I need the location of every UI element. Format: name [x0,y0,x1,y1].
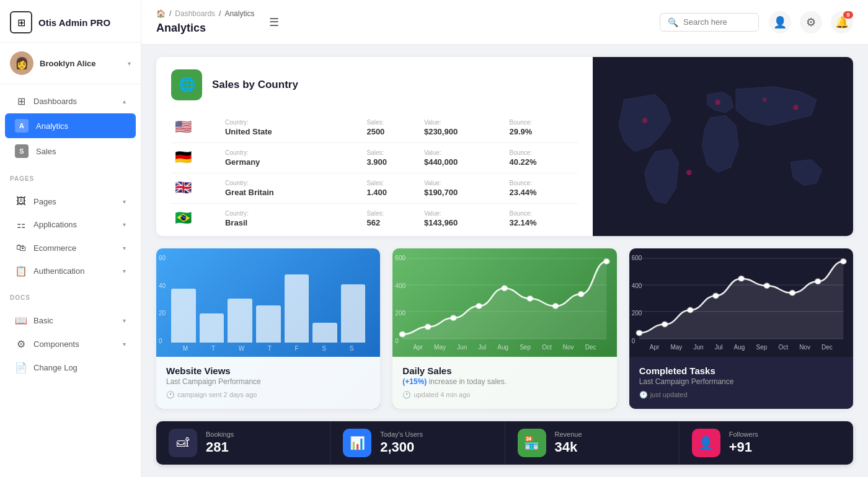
breadcrumb: 🏠 / Dashboards / Analytics Analytics [156,9,254,35]
bar-chart-area: 6040200 MTWTFSS [156,248,380,357]
chevron-down-icon: ▾ [123,268,126,274]
card-title: Sales by Country [212,79,298,91]
sidebar-item-label: Basic [33,316,117,325]
subtitle-text: increase in today sales. [429,377,507,386]
bar [228,299,252,343]
bar [200,313,224,343]
chevron-down-icon: ▾ [123,245,126,252]
x-axis-labels: AprMayJunJulAugSepOctNovDec [639,344,843,351]
svg-point-12 [451,315,456,320]
breadcrumb-dashboards[interactable]: Dashboards [175,9,215,18]
y-axis-labels: 6040200 [159,255,166,344]
basic-icon: 📖 [15,315,27,326]
sidebar-item-changelog[interactable]: 📄 Change Log [5,356,136,379]
line-chart-svg [402,258,606,339]
sidebar-item-components[interactable]: ⚙ Components ▾ [5,333,136,356]
svg-point-5 [763,97,767,102]
sidebar-item-basic[interactable]: 📖 Basic ▾ [5,309,136,332]
y-axis-labels: 6004002000 [395,255,405,344]
settings-icon-button[interactable]: ⚙ [800,11,822,33]
svg-point-29 [789,291,795,295]
user-name: Brooklyn Alice [40,59,122,68]
sidebar-item-label: Analytics [36,121,126,131]
highlight-text: (+15%) [402,377,427,386]
svg-point-16 [553,304,559,309]
stat-label: Followers [729,431,758,438]
x-axis-labels: MTWTFSS [166,345,370,352]
bar [285,274,309,343]
analytics-letter: A [15,119,29,133]
sidebar-item-ecommerce[interactable]: 🛍 Ecommerce ▾ [5,237,136,259]
bar-chart [166,268,370,343]
page-title: Analytics [156,22,206,35]
stat-value: +91 [729,439,758,455]
table-row: 🇧🇷 Country: Brasil Sales: 562 Value: $14… [171,204,578,234]
line-chart-area-green: 6004002000 AprMayJunJulAugSepOctNovDec [392,248,616,357]
x-axis-labels: AprMayJunJulAugSepOctNovDec [402,344,606,351]
svg-point-27 [738,276,744,281]
sidebar-item-applications[interactable]: ⚏ Applications ▾ [5,213,136,236]
stat-label: Revenue [555,431,582,438]
charts-row: 6040200 MTWTFSS Website Views Last Campa… [156,248,853,409]
user-icon-button[interactable]: 👤 [769,11,791,33]
stat-text: Today's Users 2,300 [380,431,423,455]
svg-point-28 [764,283,769,288]
stat-value: 2,300 [380,439,423,455]
content-area: 🌐 Sales by Country 🇺🇸 Country: United St… [141,45,868,477]
auth-icon: 📋 [15,265,27,277]
stat-text: Revenue 34k [555,431,582,455]
notifications-icon-button[interactable]: 🔔 9 [831,11,853,33]
sidebar-item-label: Pages [33,197,117,206]
stat-value: 34k [555,439,582,455]
docs-section-label: DOCS [0,288,141,304]
chart-subtitle: Last Campaign Performance [639,377,843,386]
bar [256,305,281,343]
breadcrumb-current: Analytics [224,9,254,18]
chart-title: Completed Tasks [639,365,843,376]
sidebar-item-pages[interactable]: 🖼 Pages ▾ [5,190,136,212]
clock-icon: 🕐 [402,391,411,399]
breadcrumb-sep2: / [219,9,221,18]
breadcrumb-trail: 🏠 / Dashboards / Analytics [156,9,254,18]
header: 🏠 / Dashboards / Analytics Analytics ☰ 🔍… [141,0,868,45]
clock-icon: 🕐 [166,391,175,399]
svg-point-30 [815,279,820,284]
chart-title: Daily Sales [402,365,606,376]
chart-subtitle: Last Campaign Performance [166,377,370,386]
chevron-down-icon: ▾ [123,221,126,228]
stat-icon: 📊 [343,429,371,457]
applications-icon: ⚏ [15,219,27,230]
sidebar-item-label: Change Log [33,363,126,372]
footer-text: updated 4 min ago [414,391,470,398]
stat-label: Today's Users [380,431,423,438]
pages-nav: 🖼 Pages ▾ ⚏ Applications ▾ 🛍 Ecommerce ▾… [0,185,141,288]
main-area: 🏠 / Dashboards / Analytics Analytics ☰ 🔍… [141,0,868,477]
svg-point-2 [715,100,720,105]
footer-text: campaign sent 2 days ago [177,391,257,398]
sales-by-country-card: 🌐 Sales by Country 🇺🇸 Country: United St… [156,57,853,236]
user-profile[interactable]: 👩 Brooklyn Alice ▾ [0,43,141,84]
chart-info: Daily Sales (+15%) increase in today sal… [392,357,616,409]
globe-icon: 🌐 [171,69,202,100]
y-axis-labels: 6004002000 [632,255,642,344]
completed-tasks-card: 6004002000 AprMayJunJulAugSepOctNovDec C… [629,248,853,409]
pages-icon: 🖼 [15,196,27,207]
sidebar-item-sales[interactable]: S Sales [5,139,136,164]
svg-point-11 [425,325,431,330]
stat-icon: 🏪 [518,429,546,457]
world-map [593,57,853,236]
table-row: 🇺🇸 Country: United State Sales: 2500 Val… [171,113,578,143]
sidebar-item-dashboards[interactable]: ⊞ Dashboards ▴ [5,90,136,113]
chevron-down-icon: ▾ [123,198,126,205]
dashboards-icon: ⊞ [15,95,27,107]
map-svg [593,57,853,236]
chart-title: Website Views [166,365,370,376]
country-table: 🇺🇸 Country: United State Sales: 2500 Val… [171,113,578,234]
sidebar-item-label: Authentication [33,266,117,276]
sidebar-item-label: Sales [36,147,126,156]
search-input[interactable] [683,17,751,27]
sidebar-item-authentication[interactable]: 📋 Authentication ▾ [5,260,136,282]
menu-icon[interactable]: ☰ [269,15,279,29]
sidebar-item-analytics[interactable]: A Analytics [5,113,136,138]
search-box[interactable]: 🔍 [660,13,759,32]
